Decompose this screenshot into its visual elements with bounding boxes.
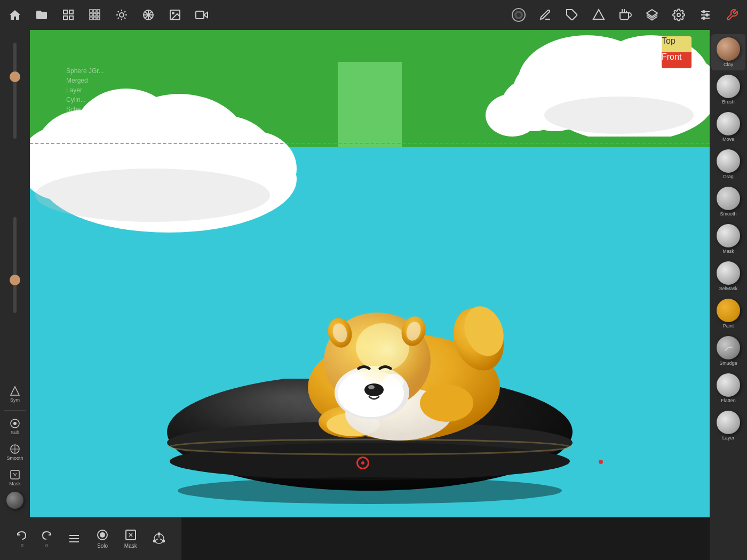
solo-button[interactable]: Solo (91, 525, 114, 552)
redo-button[interactable]: 0 (35, 526, 58, 551)
size-slider-container (13, 34, 17, 206)
smudge-tool-button[interactable]: Smudge (711, 333, 745, 369)
hand-icon[interactable] (617, 6, 634, 23)
intensity-slider-track[interactable] (13, 217, 17, 313)
svg-point-98 (420, 385, 473, 422)
grid3-icon[interactable] (60, 6, 77, 23)
sub-button[interactable]: Sub (3, 415, 27, 438)
svg-rect-10 (90, 17, 92, 20)
svg-point-90 (364, 383, 384, 396)
svg-point-76 (170, 443, 570, 480)
wrench-icon[interactable] (724, 6, 741, 23)
mask-tool-button[interactable]: Mask (711, 221, 745, 257)
svg-line-112 (160, 539, 163, 541)
redo-count: 0 (45, 543, 48, 548)
orientation-top[interactable]: Top (662, 36, 692, 52)
layer-tool-button[interactable]: Layer (711, 407, 745, 444)
svg-marker-35 (593, 10, 604, 19)
svg-point-49 (13, 422, 17, 425)
svg-point-64 (35, 169, 270, 222)
size-slider-track[interactable] (13, 43, 17, 139)
bottom-toolbar: 0 0 Solo Mask (0, 517, 181, 560)
video-icon[interactable] (193, 6, 210, 23)
svg-rect-7 (90, 13, 92, 16)
mask-bottom-button[interactable]: Mask (119, 525, 142, 552)
svg-line-19 (124, 18, 125, 19)
cloud-left (30, 73, 318, 233)
brush-tool-button[interactable]: Brush (711, 71, 745, 108)
layer-sphere-icon (717, 411, 740, 434)
mask-left-button[interactable]: Mask (3, 466, 27, 490)
svg-point-44 (703, 11, 705, 13)
right-toolbar: Clay Brush Move Drag Smooth Mask SelMask… (710, 30, 747, 560)
svg-rect-6 (97, 10, 100, 12)
svg-rect-3 (69, 16, 73, 20)
mask-sphere-icon (717, 224, 740, 247)
svg-point-110 (153, 540, 155, 542)
flatten-sphere-icon (717, 373, 740, 397)
svg-rect-9 (97, 13, 100, 16)
brush-circle-icon[interactable] (510, 6, 527, 23)
selection-line (30, 143, 710, 144)
flatten-tool-button[interactable]: Flatten (711, 370, 745, 406)
home-icon[interactable] (6, 6, 23, 23)
drag-tool-button[interactable]: Drag (711, 146, 745, 182)
topology-button[interactable] (147, 529, 171, 548)
svg-rect-5 (93, 10, 96, 12)
svg-point-13 (120, 13, 124, 17)
svg-line-113 (155, 539, 158, 541)
canvas-area[interactable]: Sphere JGr... Merged Layer Cylin... Sche… (30, 30, 710, 517)
svg-point-89 (356, 323, 409, 371)
smudge-sphere-icon (717, 336, 740, 359)
sliders-icon[interactable] (697, 6, 714, 23)
selmask-sphere-icon (717, 261, 740, 285)
svg-point-103 (100, 533, 105, 537)
intensity-slider-thumb[interactable] (10, 275, 20, 285)
svg-point-45 (706, 14, 708, 16)
svg-point-78 (178, 477, 562, 504)
solo-label: Solo (97, 543, 108, 549)
brush-sphere-icon (717, 75, 740, 98)
top-toolbar (0, 0, 747, 30)
move-tool-button[interactable]: Move (711, 109, 745, 145)
aperture-icon[interactable] (140, 6, 157, 23)
intensity-slider-container (13, 209, 17, 381)
move-sphere-icon (717, 112, 740, 135)
symmetry-icon[interactable] (590, 6, 607, 23)
menu-button[interactable] (62, 529, 86, 548)
svg-point-108 (158, 533, 160, 535)
sun-icon[interactable] (113, 6, 130, 23)
svg-rect-12 (97, 17, 100, 20)
svg-rect-4 (90, 10, 92, 12)
layers-icon[interactable] (643, 6, 661, 23)
pen-icon[interactable] (537, 6, 554, 23)
svg-point-46 (703, 17, 705, 19)
undo-button[interactable]: 0 (11, 526, 33, 551)
svg-line-18 (118, 11, 119, 12)
svg-marker-47 (11, 387, 19, 395)
image-icon[interactable] (166, 6, 184, 23)
smooth-tool-button[interactable]: Smooth (711, 183, 745, 220)
svg-point-91 (368, 385, 375, 389)
red-dot-indicator (599, 460, 603, 464)
paint-tool-button[interactable]: Paint (711, 295, 745, 332)
undo-count: 0 (21, 543, 23, 548)
svg-point-28 (172, 12, 174, 14)
orientation-front[interactable]: Front (662, 52, 692, 68)
dog-character (276, 254, 511, 448)
smooth-left-button[interactable]: Smooth (3, 441, 27, 464)
size-slider-thumb[interactable] (10, 71, 20, 82)
sym-button[interactable]: Sym (3, 382, 27, 406)
green-highlight (338, 62, 402, 147)
stamp-icon[interactable] (563, 6, 581, 23)
svg-rect-2 (63, 16, 67, 20)
svg-point-109 (162, 540, 164, 542)
drag-sphere-icon (717, 149, 740, 173)
grid4-icon[interactable] (86, 6, 104, 23)
folder-icon[interactable] (33, 6, 50, 23)
selmask-tool-button[interactable]: SelMask (711, 258, 745, 294)
color-swatch[interactable] (6, 492, 23, 509)
settings-icon[interactable] (670, 6, 687, 23)
clay-tool-button[interactable]: Clay (711, 34, 745, 70)
orientation-cube: Top Front (662, 36, 704, 79)
